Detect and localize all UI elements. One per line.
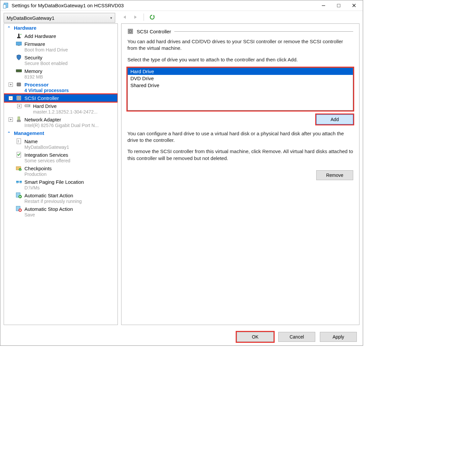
svg-rect-39 xyxy=(19,181,22,183)
tree-label: Firmware xyxy=(24,41,45,47)
tree-item-auto-start[interactable]: Automatic Start Action Restart if previo… xyxy=(4,191,118,205)
tree-item-integration-services[interactable]: Integration Services Some services offer… xyxy=(4,151,118,164)
svg-marker-8 xyxy=(153,15,155,16)
tree-label: Hard Drive xyxy=(33,103,57,109)
tree-label: Memory xyxy=(24,68,42,74)
remove-info-text: To remove the SCSI controller from this … xyxy=(127,148,353,162)
tree-sublabel: Some services offered xyxy=(16,158,116,163)
svg-rect-12 xyxy=(16,42,21,45)
nav-controls xyxy=(118,13,156,21)
remove-button[interactable]: Remove xyxy=(316,170,353,180)
svg-rect-49 xyxy=(19,210,21,211)
name-icon: I xyxy=(16,138,22,144)
listbox-option-hard-drive[interactable]: Hard Drive xyxy=(128,68,353,75)
tree-sublabel: Intel(R) 82576 Gigabit Dual Port N... xyxy=(16,123,116,128)
chevron-down-icon: ▾ xyxy=(110,16,112,20)
minimize-button[interactable] xyxy=(316,1,331,11)
tree-sublabel: Production xyxy=(16,172,116,177)
tree-sublabel: MyDataBoxGateway1 xyxy=(16,145,116,150)
separator xyxy=(144,14,144,21)
svg-rect-20 xyxy=(17,83,20,86)
tree-item-security[interactable]: Security Secure Boot enabled xyxy=(4,53,118,67)
autostart-icon xyxy=(16,192,22,198)
nav-back-button[interactable] xyxy=(121,14,128,21)
category-hardware[interactable]: ⌃ Hardware xyxy=(4,24,118,32)
refresh-button[interactable] xyxy=(149,14,156,21)
tree-item-firmware[interactable]: Firmware Boot from Hard Drive xyxy=(4,40,118,53)
tree-sublabel: Save xyxy=(16,212,116,217)
scsi-icon xyxy=(127,28,133,34)
tree-label: Automatic Start Action xyxy=(24,193,73,198)
instruction-text: Select the type of drive you want to att… xyxy=(127,56,353,63)
category-label: Management xyxy=(14,130,44,136)
divider xyxy=(174,31,353,32)
tree-sublabel: Boot from Hard Drive xyxy=(16,47,116,52)
add-hardware-icon: + xyxy=(16,33,22,39)
tree-item-memory[interactable]: Memory 8192 MB xyxy=(4,67,118,81)
tree-sublabel: 8192 MB xyxy=(16,74,116,80)
dialog-buttons: OK Cancel Apply xyxy=(0,328,363,345)
window-title: Settings for MyDataBoxGateway1 on HCSSRV… xyxy=(12,3,316,8)
tree-item-network-adapter[interactable]: + Network Adapter Intel(R) 82576 Gigabit… xyxy=(4,115,118,129)
tree-label: Network Adapter xyxy=(24,117,61,122)
tree-label: Integration Services xyxy=(24,152,68,158)
svg-marker-6 xyxy=(123,16,126,19)
svg-rect-10 xyxy=(17,37,20,38)
autostop-icon xyxy=(16,206,22,212)
listbox-option-shared-drive[interactable]: Shared Drive xyxy=(128,82,353,89)
maximize-button[interactable] xyxy=(331,1,346,11)
checkpoint-icon xyxy=(16,165,22,171)
tree-sublabel: D:\VMs xyxy=(16,185,116,190)
svg-rect-9 xyxy=(18,34,19,37)
svg-text:+: + xyxy=(20,33,21,36)
tree-item-auto-stop[interactable]: Automatic Stop Action Save xyxy=(4,205,118,218)
svg-rect-31 xyxy=(18,117,20,120)
collapse-icon[interactable]: − xyxy=(9,96,13,100)
listbox-option-dvd-drive[interactable]: DVD Drive xyxy=(128,75,353,82)
expand-icon[interactable]: + xyxy=(9,82,13,87)
main-content: ⌃ Hardware +Add Hardware Firmware Boot f… xyxy=(0,23,363,328)
settings-tree[interactable]: ⌃ Hardware +Add Hardware Firmware Boot f… xyxy=(4,23,118,325)
remove-button-row: Remove xyxy=(127,170,353,180)
tree-label: Add Hardware xyxy=(24,33,56,39)
tree-sublabel: Secure Boot enabled xyxy=(16,61,116,66)
expand-icon[interactable]: + xyxy=(17,104,21,108)
nav-forward-button[interactable] xyxy=(132,14,139,21)
svg-rect-33 xyxy=(17,139,21,144)
tree-label: Automatic Stop Action xyxy=(24,206,73,212)
tree-sublabel: 4 Virtual processors xyxy=(16,88,116,93)
ok-button[interactable]: OK xyxy=(237,332,274,342)
svg-rect-1 xyxy=(3,5,6,8)
add-button-row: Add xyxy=(127,114,353,124)
drive-icon xyxy=(24,103,30,109)
collapse-icon: ⌃ xyxy=(7,26,11,30)
tree-item-scsi-controller[interactable]: − SCSI Controller xyxy=(4,94,118,102)
tree-item-hard-drive[interactable]: + Hard Drive master.1.2.18252.1-304-2472… xyxy=(4,102,118,115)
tree-label: Smart Paging File Location xyxy=(24,179,84,185)
tree-item-checkpoints[interactable]: Checkpoints Production xyxy=(4,164,118,178)
tree-item-processor[interactable]: + Processor 4 Virtual processors xyxy=(4,81,118,94)
expand-icon[interactable]: + xyxy=(9,117,13,122)
monitor-icon xyxy=(16,41,22,47)
memory-icon xyxy=(16,68,22,74)
tree-item-add-hardware[interactable]: +Add Hardware xyxy=(4,32,118,40)
services-icon xyxy=(16,152,22,158)
category-management[interactable]: ⌃ Management xyxy=(4,129,118,137)
svg-rect-27 xyxy=(17,96,21,100)
add-button[interactable]: Add xyxy=(316,114,353,124)
close-button[interactable] xyxy=(346,1,361,11)
cancel-button[interactable]: Cancel xyxy=(278,332,315,342)
network-icon xyxy=(16,116,22,122)
tree-sublabel: Restart if previously running xyxy=(16,199,116,204)
svg-rect-3 xyxy=(337,4,340,7)
tree-item-smart-paging[interactable]: Smart Paging File Location D:\VMs xyxy=(4,178,118,191)
apply-button[interactable]: Apply xyxy=(320,332,357,342)
svg-marker-7 xyxy=(134,16,137,19)
shield-icon xyxy=(16,54,22,60)
tree-item-name[interactable]: IName MyDataBoxGateway1 xyxy=(4,137,118,151)
drive-type-listbox[interactable]: Hard Drive DVD Drive Shared Drive xyxy=(127,68,353,111)
svg-rect-13 xyxy=(18,45,20,46)
window-controls xyxy=(316,1,361,11)
vm-selector-dropdown[interactable]: MyDataBoxGateway1 ▾ xyxy=(4,13,115,23)
svg-rect-32 xyxy=(17,120,20,122)
